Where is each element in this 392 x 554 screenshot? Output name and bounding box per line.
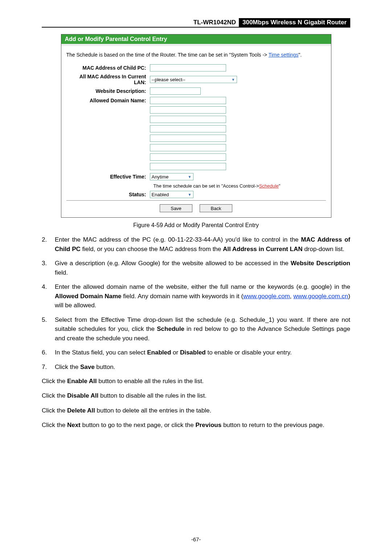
label-mac-child: MAC Address of Child PC: (66, 65, 150, 71)
step-text: Give a description (e.g. Allow Google) f… (55, 259, 350, 277)
allowed-domain-input-2[interactable] (150, 106, 226, 114)
step-text: Click the Save button. (55, 362, 350, 372)
allowed-domain-input-4[interactable] (150, 125, 226, 132)
time-settings-link[interactable]: Time settings (269, 52, 299, 58)
page-number: -67- (0, 536, 392, 542)
chevron-down-icon: ▼ (188, 175, 192, 179)
step-text: In the Status field, you can select Enab… (55, 348, 350, 357)
step-number: 7. (42, 362, 55, 372)
label-website-desc: Website Description: (66, 88, 150, 94)
label-effective-time: Effective Time: (66, 174, 150, 180)
label-all-mac: All MAC Address In Current LAN: (66, 74, 150, 85)
allowed-domain-input-1[interactable] (150, 97, 226, 104)
mac-child-input[interactable] (150, 64, 226, 71)
step-number: 2. (42, 235, 55, 254)
example-link-1[interactable]: www.google.com (243, 293, 290, 300)
example-link-2[interactable]: www.google.com.cn (293, 293, 348, 300)
instruction-list: 2. Enter the MAC address of the PC (e.g.… (42, 235, 350, 372)
paragraph: Click the Delete All button to delete al… (42, 406, 350, 415)
allowed-domain-input-7[interactable] (150, 153, 226, 161)
header-rule (42, 18, 191, 28)
step-number: 4. (42, 282, 55, 310)
step-text: Enter the allowed domain name of the web… (55, 282, 350, 310)
save-button[interactable]: Save (160, 204, 192, 212)
model-number: TL-WR1042ND (191, 18, 239, 28)
label-status: Status: (66, 192, 150, 197)
label-allowed-domain: Allowed Domain Name: (66, 98, 150, 103)
schedule-note: The Schedule is based on the time of the… (66, 52, 326, 58)
effective-time-select[interactable]: Anytime ▼ (150, 173, 193, 180)
chevron-down-icon: ▼ (232, 78, 235, 82)
paragraph: Click the Next button to go to the next … (42, 420, 350, 430)
figure-caption: Figure 4-59 Add or Modify Parental Contr… (42, 222, 350, 229)
router-ui-screenshot: Add or Modify Parental Control Entry The… (61, 34, 331, 218)
allowed-domain-input-5[interactable] (150, 135, 226, 142)
paragraph: Click the Enable All button to enable al… (42, 377, 350, 386)
all-mac-select[interactable]: --please select-- ▼ (150, 76, 237, 83)
panel-title: Add or Modify Parental Control Entry (61, 34, 331, 44)
paragraph: Click the Disable All button to disable … (42, 391, 350, 401)
allowed-domain-input-6[interactable] (150, 144, 226, 151)
document-header: TL-WR1042ND 300Mbps Wireless N Gigabit R… (42, 18, 350, 28)
website-desc-input[interactable] (150, 87, 201, 95)
product-name: 300Mbps Wireless N Gigabit Router (239, 18, 350, 28)
allowed-domain-input-8[interactable] (150, 163, 226, 170)
allowed-domain-input-3[interactable] (150, 116, 226, 123)
schedule-link[interactable]: Schedule (259, 183, 279, 189)
status-select[interactable]: Enabled ▼ (150, 191, 193, 198)
step-number: 5. (42, 315, 55, 343)
step-text: Select from the Effective Time drop-down… (55, 315, 350, 343)
chevron-down-icon: ▼ (188, 193, 192, 197)
step-number: 6. (42, 348, 55, 357)
back-button[interactable]: Back (200, 204, 232, 212)
step-text: Enter the MAC address of the PC (e.g. 00… (55, 235, 350, 254)
schedule-hint: The time schedule can be set in "Access … (154, 182, 326, 191)
step-number: 3. (42, 259, 55, 277)
